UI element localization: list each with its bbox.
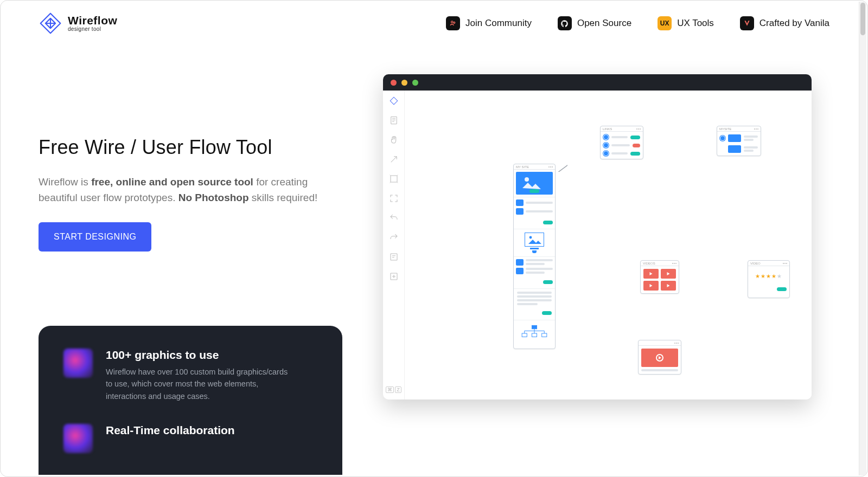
canvas-arrows bbox=[405, 91, 567, 172]
svg-rect-2 bbox=[391, 117, 397, 124]
hero-description: Wireflow is free, online and open source… bbox=[39, 174, 342, 206]
desc-bold: No Photoshop bbox=[178, 192, 249, 203]
traffic-light-close-icon[interactable] bbox=[391, 80, 397, 86]
svg-point-6 bbox=[525, 177, 529, 182]
brand-text: Wireflow designer tool bbox=[68, 15, 117, 33]
tool-add-frame-icon[interactable] bbox=[389, 272, 399, 281]
nav-crafted-by-vanila[interactable]: Crafted by Vanila bbox=[740, 16, 829, 30]
traffic-light-minimize-icon[interactable] bbox=[401, 80, 407, 86]
node-title: MY SITE bbox=[516, 165, 529, 169]
canvas-node-home[interactable]: MY SITE bbox=[513, 164, 556, 349]
feature-realtime: Real-Time collaboration bbox=[63, 424, 317, 453]
node-title: VIDEOS bbox=[643, 262, 655, 265]
nav-label: Join Community bbox=[465, 18, 532, 29]
nav-label: Crafted by Vanila bbox=[760, 18, 829, 29]
tool-note-icon[interactable] bbox=[389, 252, 399, 262]
desc-bold: free, online and open source tool bbox=[91, 176, 253, 188]
wireflow-logo-icon bbox=[39, 11, 62, 35]
page-scrollbar[interactable] bbox=[859, 2, 866, 475]
app-body: ⌘ Z bbox=[383, 91, 812, 399]
star-rating-icon: ★★★★★ bbox=[755, 273, 782, 279]
nav: Join Community Open Source UX UX Tools C… bbox=[446, 16, 829, 30]
app-titlebar bbox=[383, 74, 812, 91]
tool-hand-icon[interactable] bbox=[389, 135, 399, 145]
nav-join-community[interactable]: Join Community bbox=[446, 16, 532, 30]
traffic-light-zoom-icon[interactable] bbox=[412, 80, 418, 86]
canvas-node-player[interactable] bbox=[638, 340, 681, 375]
svg-rect-9 bbox=[522, 333, 527, 337]
feature-title: Real-Time collaboration bbox=[106, 424, 235, 437]
brand-logo[interactable]: Wireflow designer tool bbox=[39, 11, 117, 35]
app-preview-window: ⌘ Z bbox=[383, 74, 812, 399]
features-card: 100+ graphics to use Wireflow have over … bbox=[39, 326, 342, 475]
svg-point-1 bbox=[454, 22, 455, 23]
brand-name: Wireflow bbox=[68, 15, 117, 27]
hero: Free Wire / User Flow Tool Wireflow is f… bbox=[39, 136, 342, 252]
tool-arrow-icon[interactable] bbox=[389, 154, 399, 164]
canvas[interactable]: MY SITE bbox=[405, 91, 812, 399]
key-hint: Z bbox=[395, 386, 401, 393]
tool-redo-icon[interactable] bbox=[389, 233, 399, 242]
feature-thumb-icon bbox=[63, 424, 93, 453]
svg-rect-8 bbox=[532, 325, 537, 328]
nav-label: UX Tools bbox=[677, 18, 714, 29]
ux-icon: UX bbox=[658, 16, 672, 30]
canvas-node-videos[interactable]: VIDEOS bbox=[640, 260, 679, 294]
feature-graphics: 100+ graphics to use Wireflow have over … bbox=[63, 349, 317, 402]
node-title: LINKS bbox=[603, 127, 612, 131]
nav-ux-tools[interactable]: UX UX Tools bbox=[658, 16, 714, 30]
canvas-node-rating[interactable]: VIDEO ★★★★★ bbox=[748, 260, 790, 298]
nav-open-source[interactable]: Open Source bbox=[558, 16, 631, 30]
start-designing-button[interactable]: START DESIGNING bbox=[39, 222, 151, 252]
tool-page-icon[interactable] bbox=[389, 115, 399, 125]
community-icon bbox=[446, 16, 460, 30]
tool-logo-icon[interactable] bbox=[389, 96, 399, 106]
svg-rect-11 bbox=[542, 333, 547, 337]
svg-rect-3 bbox=[391, 176, 397, 182]
node-title: MYSITE bbox=[719, 127, 731, 131]
desc-text: skills required! bbox=[249, 192, 318, 203]
feature-desc: Wireflow have over 100 custom build grap… bbox=[106, 366, 290, 402]
tool-group-icon[interactable] bbox=[389, 174, 399, 184]
header: Wireflow designer tool Join Community Op… bbox=[1, 1, 867, 46]
feature-title: 100+ graphics to use bbox=[106, 349, 290, 362]
hero-title: Free Wire / User Flow Tool bbox=[39, 136, 342, 159]
brand-tagline: designer tool bbox=[68, 27, 117, 33]
svg-rect-4 bbox=[391, 254, 397, 260]
node-title: VIDEO bbox=[750, 262, 761, 265]
vanila-icon bbox=[740, 16, 754, 30]
app-toolbar: ⌘ Z bbox=[383, 91, 405, 399]
scrollbar-thumb[interactable] bbox=[860, 3, 865, 35]
desc-text: Wireflow is bbox=[39, 176, 91, 188]
toolbar-footer-keys: ⌘ Z bbox=[386, 386, 401, 393]
tool-fullscreen-icon[interactable] bbox=[389, 194, 399, 203]
tool-undo-icon[interactable] bbox=[389, 213, 399, 223]
canvas-node-list-b[interactable]: MYSITE bbox=[717, 126, 761, 156]
nav-label: Open Source bbox=[577, 18, 631, 29]
svg-rect-10 bbox=[532, 333, 537, 337]
svg-point-7 bbox=[529, 236, 532, 239]
key-hint: ⌘ bbox=[386, 386, 394, 393]
github-icon bbox=[558, 16, 572, 30]
canvas-node-list-a[interactable]: LINKS bbox=[600, 126, 643, 159]
svg-point-0 bbox=[451, 21, 454, 23]
feature-thumb-icon bbox=[63, 349, 93, 378]
